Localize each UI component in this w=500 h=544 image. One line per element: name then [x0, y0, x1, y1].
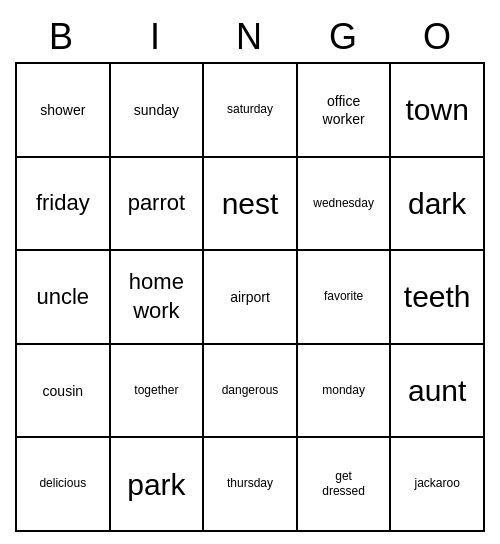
bingo-cell: dangerous [204, 345, 298, 439]
bingo-cell: parrot [111, 158, 205, 252]
bingo-grid: showersundaysaturdayofficeworkertownfrid… [15, 62, 485, 532]
bingo-cell: delicious [17, 438, 111, 532]
bingo-card: BINGO showersundaysaturdayofficeworkerto… [15, 12, 485, 532]
bingo-cell: park [111, 438, 205, 532]
bingo-cell: aunt [391, 345, 485, 439]
bingo-cell: officeworker [298, 64, 392, 158]
bingo-cell: thursday [204, 438, 298, 532]
bingo-cell: getdressed [298, 438, 392, 532]
bingo-header: BINGO [15, 12, 485, 62]
bingo-cell: sunday [111, 64, 205, 158]
bingo-cell: monday [298, 345, 392, 439]
bingo-cell: airport [204, 251, 298, 345]
bingo-cell: shower [17, 64, 111, 158]
header-letter: I [109, 12, 203, 62]
bingo-cell: saturday [204, 64, 298, 158]
bingo-cell: favorite [298, 251, 392, 345]
bingo-cell: cousin [17, 345, 111, 439]
bingo-cell: teeth [391, 251, 485, 345]
bingo-cell: homework [111, 251, 205, 345]
header-letter: B [15, 12, 109, 62]
bingo-cell: jackaroo [391, 438, 485, 532]
bingo-cell: uncle [17, 251, 111, 345]
header-letter: G [297, 12, 391, 62]
header-letter: O [391, 12, 485, 62]
bingo-cell: dark [391, 158, 485, 252]
header-letter: N [203, 12, 297, 62]
bingo-cell: friday [17, 158, 111, 252]
bingo-cell: wednesday [298, 158, 392, 252]
bingo-cell: together [111, 345, 205, 439]
bingo-cell: nest [204, 158, 298, 252]
bingo-cell: town [391, 64, 485, 158]
